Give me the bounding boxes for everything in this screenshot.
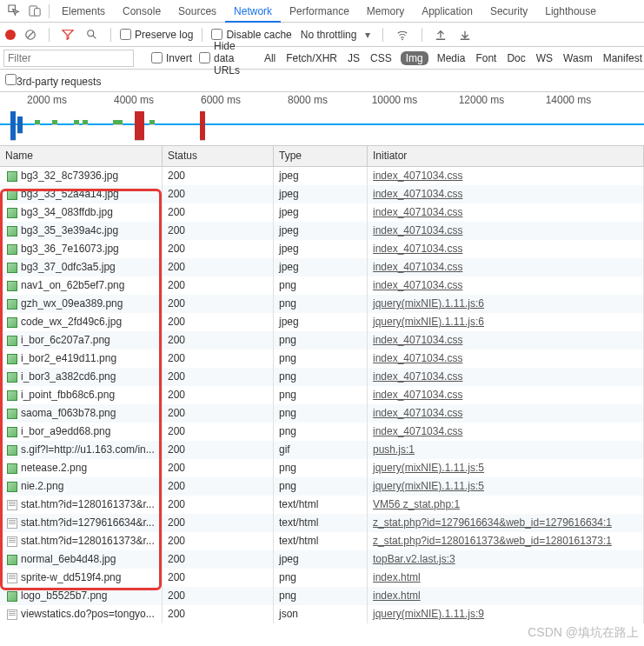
type-cell: jpeg [274, 185, 368, 203]
initiator-link[interactable]: index_4071034.css [373, 224, 462, 236]
third-party-checkbox[interactable]: 3rd-party requests [5, 74, 101, 88]
table-row[interactable]: netease.2.png200pngjquery(mixNIE).1.11.j… [0, 459, 644, 477]
table-row[interactable]: i_point_fbb68c6.png200pngindex_4071034.c… [0, 386, 644, 404]
table-row[interactable]: i_bor_6c207a7.png200pngindex_4071034.css [0, 331, 644, 350]
invert-checkbox[interactable]: Invert [151, 52, 192, 64]
filter-type-manifest[interactable]: Manifest [601, 52, 644, 64]
table-row[interactable]: bg3_35_3e39a4c.jpg200jpegindex_4071034.c… [0, 222, 644, 240]
initiator-link[interactable]: index_4071034.css [373, 389, 462, 401]
initiator-link[interactable]: index_4071034.css [373, 407, 462, 419]
initiator-link[interactable]: VM56 z_stat.php:1 [373, 498, 460, 510]
type-cell: png [274, 404, 368, 423]
tab-elements[interactable]: Elements [53, 0, 114, 23]
column-initiator[interactable]: Initiator [368, 146, 644, 166]
tab-console[interactable]: Console [114, 0, 169, 23]
initiator-cell: jquery(mixNIE).1.11.js:9 [368, 605, 644, 623]
throttling-select[interactable]: No throttling [297, 29, 357, 41]
download-icon[interactable] [455, 29, 475, 41]
status-cell: 200 [163, 368, 274, 386]
table-row[interactable]: code_wx_2fd49c6.jpg200jpegjquery(mixNIE)… [0, 313, 644, 331]
initiator-link[interactable]: jquery(mixNIE).1.11.js:6 [373, 316, 484, 328]
search-icon[interactable] [83, 29, 102, 41]
filter-type-doc[interactable]: Doc [505, 52, 527, 64]
filter-input[interactable] [3, 50, 134, 67]
hide-urls-checkbox[interactable]: Hide data URLs [199, 40, 256, 77]
filter-type-fetch-xhr[interactable]: Fetch/XHR [284, 52, 339, 64]
filter-type-font[interactable]: Font [474, 52, 498, 64]
initiator-link[interactable]: index_4071034.css [373, 188, 462, 200]
filter-type-media[interactable]: Media [435, 52, 468, 64]
tab-performance[interactable]: Performance [281, 0, 358, 23]
initiator-link[interactable]: index_4071034.css [373, 206, 462, 218]
table-row[interactable]: nie.2.png200pngjquery(mixNIE).1.11.js:5 [0, 477, 644, 496]
type-cell: png [274, 331, 368, 350]
table-row[interactable]: gzh_wx_09ea389.png200pngjquery(mixNIE).1… [0, 295, 644, 313]
type-cell: jpeg [274, 203, 368, 222]
wifi-icon[interactable] [392, 29, 413, 41]
table-row[interactable]: sprite-w_dd519f4.png200pngindex.html [0, 569, 644, 587]
table-row[interactable]: viewstatics.do?pos=tongyo...200jsonjquer… [0, 605, 644, 623]
clear-icon[interactable] [21, 29, 40, 41]
table-row[interactable]: bg3_34_083ffdb.jpg200jpegindex_4071034.c… [0, 203, 644, 222]
filter-type-all[interactable]: All [262, 52, 277, 64]
filter-type-ws[interactable]: WS [534, 52, 554, 64]
initiator-link[interactable]: jquery(mixNIE).1.11.js:6 [373, 297, 484, 310]
initiator-link[interactable]: jquery(mixNIE).1.11.js:5 [373, 462, 484, 474]
table-row[interactable]: nav1_on_62b5ef7.png200pngindex_4071034.c… [0, 276, 644, 295]
initiator-link[interactable]: index_4071034.css [373, 243, 462, 255]
initiator-link[interactable]: index_4071034.css [373, 352, 462, 364]
initiator-link[interactable]: push.js:1 [373, 443, 415, 456]
tab-memory[interactable]: Memory [358, 0, 413, 23]
tab-lighthouse[interactable]: Lighthouse [536, 0, 605, 23]
table-row[interactable]: i_bor_a9edd68.png200pngindex_4071034.css [0, 423, 644, 441]
timeline-overview[interactable]: 2000 ms4000 ms6000 ms8000 ms10000 ms1200… [0, 92, 644, 146]
initiator-link[interactable]: index_4071034.css [373, 370, 462, 383]
table-row[interactable]: stat.htm?id=1280161373&r...200text/htmlV… [0, 496, 644, 514]
initiator-link[interactable]: z_stat.php?id=1280161373&web_id=12801613… [373, 535, 612, 547]
tab-sources[interactable]: Sources [169, 0, 225, 23]
initiator-link[interactable]: index_4071034.css [373, 261, 462, 273]
table-row[interactable]: i_bor2_e419d11.png200pngindex_4071034.cs… [0, 350, 644, 368]
upload-icon[interactable] [431, 29, 450, 41]
table-row[interactable]: bg3_32_8c73936.jpg200jpegindex_4071034.c… [0, 167, 644, 185]
initiator-link[interactable]: index_4071034.css [373, 170, 462, 182]
table-row[interactable]: bg3_33_52a4a14.jpg200jpegindex_4071034.c… [0, 185, 644, 203]
chevron-down-icon[interactable]: ▾ [362, 29, 374, 41]
initiator-link[interactable]: index.html [373, 571, 421, 583]
tab-network[interactable]: Network [225, 0, 281, 23]
initiator-link[interactable]: index.html [373, 589, 421, 602]
filter-type-js[interactable]: JS [346, 52, 362, 64]
record-button[interactable] [5, 30, 16, 40]
initiator-link[interactable]: z_stat.php?id=1279616634&web_id=12796166… [373, 516, 612, 529]
table-row[interactable]: i_bor3_a382cd6.png200pngindex_4071034.cs… [0, 368, 644, 386]
table-row[interactable]: bg3_37_0dfc3a5.jpg200jpegindex_4071034.c… [0, 258, 644, 276]
column-name[interactable]: Name [0, 146, 163, 166]
column-status[interactable]: Status [163, 146, 274, 166]
filter-type-css[interactable]: CSS [368, 52, 394, 64]
initiator-link[interactable]: index_4071034.css [373, 334, 462, 346]
filter-icon[interactable] [58, 29, 77, 41]
table-row[interactable]: bg3_36_7e16073.jpg200jpegindex_4071034.c… [0, 240, 644, 258]
tab-security[interactable]: Security [481, 0, 536, 23]
table-row[interactable]: normal_6eb4d48.jpg200jpegtopBar.v2.last.… [0, 550, 644, 569]
initiator-link[interactable]: jquery(mixNIE).1.11.js:9 [373, 608, 484, 620]
table-row[interactable]: saoma_f063b78.png200pngindex_4071034.css [0, 404, 644, 423]
tab-application[interactable]: Application [413, 0, 481, 23]
table-row[interactable]: stat.htm?id=1279616634&r...200text/htmlz… [0, 514, 644, 532]
inspect-icon[interactable] [3, 4, 24, 17]
filter-type-wasm[interactable]: Wasm [561, 52, 594, 64]
file-icon [7, 354, 17, 364]
table-row[interactable]: stat.htm?id=1280161373&r...200text/htmlz… [0, 532, 644, 550]
filter-type-img[interactable]: Img [401, 51, 428, 65]
status-cell: 200 [163, 587, 274, 605]
initiator-link[interactable]: jquery(mixNIE).1.11.js:5 [373, 480, 484, 492]
column-type[interactable]: Type [274, 146, 368, 166]
preserve-log-checkbox[interactable]: Preserve log [120, 29, 193, 41]
initiator-link[interactable]: index_4071034.css [373, 279, 462, 291]
device-icon[interactable] [24, 4, 45, 17]
initiator-link[interactable]: topBar.v2.last.js:3 [373, 553, 455, 565]
table-row[interactable]: s.gif?l=http://u1.163.com/in...200gifpus… [0, 441, 644, 459]
table-row[interactable]: logo_b5525b7.png200pngindex.html [0, 587, 644, 605]
disable-cache-checkbox[interactable]: Disable cache [211, 29, 291, 41]
initiator-link[interactable]: index_4071034.css [373, 425, 462, 437]
